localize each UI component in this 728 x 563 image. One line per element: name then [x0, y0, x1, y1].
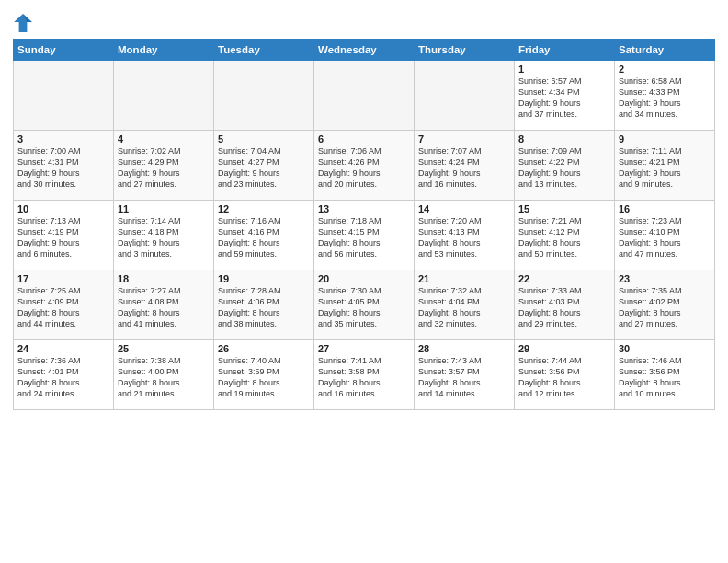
day-info: Sunrise: 7:00 AM Sunset: 4:31 PM Dayligh… — [17, 145, 109, 190]
day-info: Sunrise: 7:11 AM Sunset: 4:21 PM Dayligh… — [619, 145, 711, 190]
day-info: Sunrise: 7:16 AM Sunset: 4:16 PM Dayligh… — [218, 215, 310, 260]
day-info: Sunrise: 7:09 AM Sunset: 4:22 PM Dayligh… — [518, 145, 610, 190]
day-number: 30 — [619, 343, 711, 354]
day-info: Sunrise: 6:57 AM Sunset: 4:34 PM Dayligh… — [518, 75, 610, 121]
calendar-cell: 2Sunrise: 6:58 AM Sunset: 4:33 PM Daylig… — [615, 61, 715, 131]
calendar-cell: 20Sunrise: 7:30 AM Sunset: 4:05 PM Dayli… — [314, 270, 415, 340]
day-number: 12 — [218, 203, 310, 214]
day-number: 18 — [118, 273, 210, 284]
day-info: Sunrise: 7:20 AM Sunset: 4:13 PM Dayligh… — [418, 215, 510, 260]
day-info: Sunrise: 7:46 AM Sunset: 3:56 PM Dayligh… — [619, 355, 711, 400]
day-number: 23 — [619, 273, 711, 284]
calendar-cell: 26Sunrise: 7:40 AM Sunset: 3:59 PM Dayli… — [214, 340, 314, 410]
day-number: 22 — [518, 273, 610, 284]
day-info: Sunrise: 6:58 AM Sunset: 4:33 PM Dayligh… — [619, 75, 711, 121]
week-row-3: 10Sunrise: 7:13 AM Sunset: 4:19 PM Dayli… — [14, 201, 715, 270]
day-info: Sunrise: 7:41 AM Sunset: 3:58 PM Dayligh… — [318, 355, 410, 400]
day-number: 5 — [218, 133, 310, 144]
calendar-cell: 8Sunrise: 7:09 AM Sunset: 4:22 PM Daylig… — [515, 131, 615, 201]
calendar-cell: 10Sunrise: 7:13 AM Sunset: 4:19 PM Dayli… — [14, 201, 114, 270]
calendar-cell: 24Sunrise: 7:36 AM Sunset: 4:01 PM Dayli… — [14, 340, 114, 410]
col-header-monday: Monday — [114, 40, 214, 61]
calendar-cell: 28Sunrise: 7:43 AM Sunset: 3:57 PM Dayli… — [415, 340, 515, 410]
calendar-cell: 30Sunrise: 7:46 AM Sunset: 3:56 PM Dayli… — [615, 340, 715, 410]
day-number: 1 — [518, 63, 610, 75]
calendar-cell: 22Sunrise: 7:33 AM Sunset: 4:03 PM Dayli… — [515, 270, 615, 340]
calendar-cell: 29Sunrise: 7:44 AM Sunset: 3:56 PM Dayli… — [515, 340, 615, 410]
week-row-4: 17Sunrise: 7:25 AM Sunset: 4:09 PM Dayli… — [14, 270, 715, 340]
calendar-header-row: SundayMondayTuesdayWednesdayThursdayFrid… — [14, 40, 715, 61]
day-info: Sunrise: 7:07 AM Sunset: 4:24 PM Dayligh… — [418, 145, 510, 190]
calendar-cell: 17Sunrise: 7:25 AM Sunset: 4:09 PM Dayli… — [14, 270, 114, 340]
day-number: 28 — [418, 343, 510, 354]
calendar-cell — [314, 61, 415, 131]
day-info: Sunrise: 7:18 AM Sunset: 4:15 PM Dayligh… — [318, 215, 410, 260]
day-number: 6 — [318, 133, 410, 144]
col-header-tuesday: Tuesday — [214, 40, 314, 61]
day-info: Sunrise: 7:44 AM Sunset: 3:56 PM Dayligh… — [518, 355, 610, 400]
calendar-cell — [214, 61, 314, 131]
page: SundayMondayTuesdayWednesdayThursdayFrid… — [0, 0, 728, 563]
calendar-cell: 27Sunrise: 7:41 AM Sunset: 3:58 PM Dayli… — [314, 340, 415, 410]
calendar-cell — [114, 61, 214, 131]
calendar-cell — [415, 61, 515, 131]
calendar-cell: 4Sunrise: 7:02 AM Sunset: 4:29 PM Daylig… — [114, 131, 214, 201]
calendar-table: SundayMondayTuesdayWednesdayThursdayFrid… — [13, 39, 715, 410]
calendar-cell: 3Sunrise: 7:00 AM Sunset: 4:31 PM Daylig… — [14, 131, 114, 201]
day-number: 21 — [418, 273, 510, 284]
day-number: 15 — [518, 203, 610, 214]
calendar-cell: 6Sunrise: 7:06 AM Sunset: 4:26 PM Daylig… — [314, 131, 415, 201]
day-number: 9 — [619, 133, 711, 144]
calendar-cell: 13Sunrise: 7:18 AM Sunset: 4:15 PM Dayli… — [314, 201, 415, 270]
calendar-cell: 7Sunrise: 7:07 AM Sunset: 4:24 PM Daylig… — [415, 131, 515, 201]
day-info: Sunrise: 7:06 AM Sunset: 4:26 PM Dayligh… — [318, 145, 410, 190]
day-number: 26 — [218, 343, 310, 354]
svg-marker-0 — [14, 14, 32, 32]
day-number: 2 — [619, 63, 711, 75]
calendar-cell: 23Sunrise: 7:35 AM Sunset: 4:02 PM Dayli… — [615, 270, 715, 340]
day-info: Sunrise: 7:38 AM Sunset: 4:00 PM Dayligh… — [118, 355, 210, 400]
day-info: Sunrise: 7:14 AM Sunset: 4:18 PM Dayligh… — [118, 215, 210, 260]
header — [13, 9, 715, 33]
col-header-thursday: Thursday — [415, 40, 515, 61]
calendar-cell: 9Sunrise: 7:11 AM Sunset: 4:21 PM Daylig… — [615, 131, 715, 201]
logo — [13, 13, 35, 33]
day-info: Sunrise: 7:21 AM Sunset: 4:12 PM Dayligh… — [518, 215, 610, 260]
day-number: 24 — [17, 343, 109, 354]
day-info: Sunrise: 7:25 AM Sunset: 4:09 PM Dayligh… — [17, 285, 109, 330]
day-number: 11 — [118, 203, 210, 214]
day-info: Sunrise: 7:40 AM Sunset: 3:59 PM Dayligh… — [218, 355, 310, 400]
col-header-saturday: Saturday — [615, 40, 715, 61]
day-number: 20 — [318, 273, 410, 284]
day-number: 16 — [619, 203, 711, 214]
calendar-cell — [14, 61, 114, 131]
day-info: Sunrise: 7:02 AM Sunset: 4:29 PM Dayligh… — [118, 145, 210, 190]
col-header-sunday: Sunday — [14, 40, 114, 61]
day-number: 27 — [318, 343, 410, 354]
day-info: Sunrise: 7:30 AM Sunset: 4:05 PM Dayligh… — [318, 285, 410, 330]
day-number: 10 — [17, 203, 109, 214]
day-info: Sunrise: 7:36 AM Sunset: 4:01 PM Dayligh… — [17, 355, 109, 400]
calendar-cell: 1Sunrise: 6:57 AM Sunset: 4:34 PM Daylig… — [515, 61, 615, 131]
day-info: Sunrise: 7:04 AM Sunset: 4:27 PM Dayligh… — [218, 145, 310, 190]
day-number: 3 — [17, 133, 109, 144]
logo-icon — [13, 13, 33, 33]
day-info: Sunrise: 7:33 AM Sunset: 4:03 PM Dayligh… — [518, 285, 610, 330]
day-info: Sunrise: 7:43 AM Sunset: 3:57 PM Dayligh… — [418, 355, 510, 400]
calendar-cell: 25Sunrise: 7:38 AM Sunset: 4:00 PM Dayli… — [114, 340, 214, 410]
calendar-cell: 11Sunrise: 7:14 AM Sunset: 4:18 PM Dayli… — [114, 201, 214, 270]
day-info: Sunrise: 7:35 AM Sunset: 4:02 PM Dayligh… — [619, 285, 711, 330]
day-info: Sunrise: 7:23 AM Sunset: 4:10 PM Dayligh… — [619, 215, 711, 260]
day-number: 17 — [17, 273, 109, 284]
day-number: 19 — [218, 273, 310, 284]
calendar-cell: 12Sunrise: 7:16 AM Sunset: 4:16 PM Dayli… — [214, 201, 314, 270]
calendar-cell: 21Sunrise: 7:32 AM Sunset: 4:04 PM Dayli… — [415, 270, 515, 340]
col-header-wednesday: Wednesday — [314, 40, 415, 61]
day-info: Sunrise: 7:28 AM Sunset: 4:06 PM Dayligh… — [218, 285, 310, 330]
day-number: 4 — [118, 133, 210, 144]
week-row-1: 1Sunrise: 6:57 AM Sunset: 4:34 PM Daylig… — [14, 61, 715, 131]
day-number: 8 — [518, 133, 610, 144]
day-number: 13 — [318, 203, 410, 214]
calendar-cell: 16Sunrise: 7:23 AM Sunset: 4:10 PM Dayli… — [615, 201, 715, 270]
calendar-cell: 18Sunrise: 7:27 AM Sunset: 4:08 PM Dayli… — [114, 270, 214, 340]
